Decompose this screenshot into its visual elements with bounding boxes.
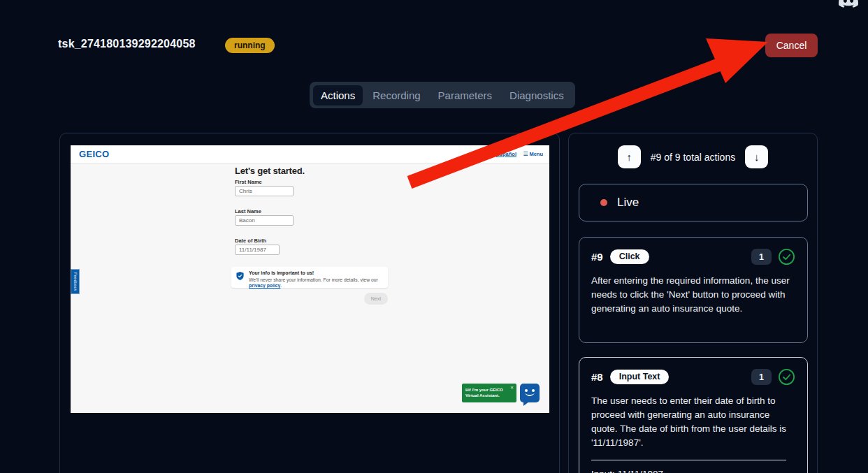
action-input-value: Input: 11/11/1987: [591, 469, 795, 473]
action-card-header: #9 Click 1: [591, 248, 795, 265]
action-index: #9: [591, 251, 603, 263]
actions-panel: ↑ #9 of 9 total actions ↓ Live #9 Click …: [568, 133, 818, 473]
privacy-notice: Your info is important to us! We'll neve…: [231, 267, 388, 288]
tab-parameters[interactable]: Parameters: [431, 85, 500, 105]
geico-logo: GEICO: [79, 149, 109, 159]
tab-recording[interactable]: Recording: [365, 85, 428, 105]
feedback-tab: Feedback: [71, 269, 80, 294]
action-counter: #9 of 9 total actions: [651, 152, 735, 163]
action-index: #8: [591, 371, 603, 383]
live-view-item[interactable]: Live: [579, 184, 808, 221]
scroll-up-button[interactable]: ↑: [618, 145, 641, 168]
card-divider: [591, 460, 786, 460]
privacy-body: We'll never share your information. For …: [249, 277, 384, 289]
next-button: Next: [364, 293, 388, 305]
action-count-badge: 1: [751, 369, 772, 385]
browser-preview-panel: GEICO Español ☰Menu Let's get started. F…: [59, 133, 560, 473]
assistant-tooltip-text: Hi! I'm your GEICO Virtual Assistant.: [465, 387, 507, 398]
last-name-field: [235, 215, 294, 226]
action-description: The user needs to enter their date of bi…: [591, 394, 795, 450]
check-circle-icon: [778, 368, 795, 386]
feedback-tab-label: Feedback: [73, 272, 78, 291]
scroll-down-button[interactable]: ↓: [745, 145, 768, 168]
action-type-badge: Click: [610, 249, 649, 264]
action-card-header: #8 Input Text 1: [591, 368, 795, 386]
action-card-8[interactable]: #8 Input Text 1 The user needs to enter …: [579, 357, 808, 473]
browser-screenshot[interactable]: GEICO Español ☰Menu Let's get started. F…: [71, 145, 549, 413]
tab-actions[interactable]: Actions: [313, 85, 363, 105]
privacy-title: Your info is important to us!: [249, 270, 314, 275]
action-card-9[interactable]: #9 Click 1 After entering the required i…: [579, 237, 808, 343]
tab-bar: Actions Recording Parameters Diagnostics: [310, 82, 575, 108]
first-name-field: [235, 186, 294, 196]
live-dot-icon: [600, 199, 607, 206]
geico-site-header: GEICO Español ☰Menu: [71, 145, 549, 163]
dob-label: Date of Birth: [235, 238, 266, 244]
espanol-link: Español: [496, 151, 516, 157]
action-count-badge: 1: [751, 249, 772, 265]
chat-bubble-icon: [519, 383, 540, 406]
page-title: tsk_274180139292204058: [58, 38, 196, 50]
privacy-policy-link: privacy policy: [249, 283, 280, 288]
task-monitor-app: tsk_274180139292204058 running Cancel Ac…: [0, 0, 868, 473]
assistant-tooltip: Hi! I'm your GEICO Virtual Assistant. ×: [462, 384, 516, 402]
status-badge: running: [225, 38, 275, 53]
discord-icon[interactable]: [839, 0, 858, 10]
hamburger-icon: ☰: [523, 151, 528, 157]
tab-diagnostics[interactable]: Diagnostics: [502, 85, 572, 105]
action-description: After entering the required information,…: [591, 274, 795, 316]
check-circle-icon: [778, 248, 795, 265]
shield-check-icon: [236, 272, 244, 280]
action-pager: ↑ #9 of 9 total actions ↓: [569, 145, 817, 168]
geico-form-heading: Let's get started.: [235, 166, 305, 176]
cancel-button[interactable]: Cancel: [765, 34, 818, 57]
last-name-label: Last Name: [235, 208, 261, 214]
live-label: Live: [617, 196, 639, 210]
action-type-badge: Input Text: [610, 370, 670, 384]
menu-link: ☰Menu: [523, 151, 543, 157]
dob-field: [235, 245, 280, 255]
close-icon: ×: [510, 384, 514, 391]
first-name-label: First Name: [235, 179, 262, 185]
